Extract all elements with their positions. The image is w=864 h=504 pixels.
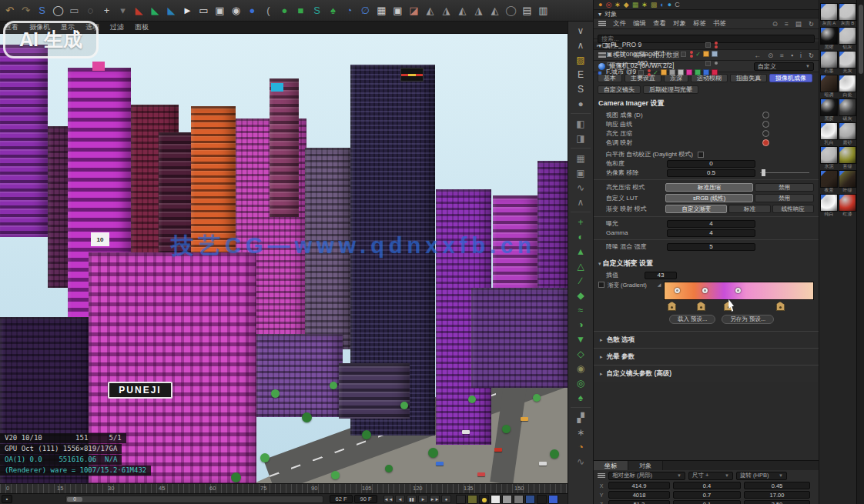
- coord-pos-Z[interactable]: 51.2: [608, 500, 670, 504]
- segment-option-0[interactable]: 自定义渐变: [665, 205, 727, 213]
- material-item-15[interactable]: 叶绿: [839, 170, 856, 193]
- segment-option-0[interactable]: sRGB (线性): [665, 194, 753, 202]
- green-sphere-icon[interactable]: ●: [277, 2, 292, 19]
- sun-icon[interactable]: ●: [598, 2, 602, 8]
- value-field[interactable]: 0: [667, 160, 755, 168]
- collapsed-section-0[interactable]: ▸色散 选项: [594, 331, 819, 348]
- sphere-primitive-icon[interactable]: ●: [245, 2, 260, 19]
- terrain-icon[interactable]: ▞: [571, 410, 590, 425]
- material-thumbnail[interactable]: [839, 3, 856, 21]
- om-menu-0[interactable]: 文件: [613, 19, 626, 28]
- state-dots[interactable]: [715, 62, 718, 65]
- gradient-marker-2[interactable]: [735, 288, 741, 293]
- material-thumbnail[interactable]: [820, 146, 838, 164]
- material-swatch-4[interactable]: [502, 495, 512, 504]
- rotation-mode-select[interactable]: 旋转 (HPB) ▼: [736, 472, 787, 480]
- viewport-3d[interactable]: 10PUNEJI 技艺CG—www.qdnxxfb.cn V20 10/10 1…: [0, 34, 568, 483]
- collapsed-section-2[interactable]: ▸自定义镜头参数 (高级): [594, 365, 819, 382]
- scrollbar-thumb[interactable]: [859, 5, 863, 74]
- blob-icon[interactable]: ●: [571, 96, 590, 111]
- timeline-power-slider[interactable]: 0: [65, 496, 323, 503]
- cone-icon[interactable]: ▲: [571, 244, 590, 259]
- instance-icon[interactable]: ▣: [390, 2, 405, 19]
- attr-tab2-1[interactable]: 后期处理与光晕: [643, 85, 698, 94]
- material-thumbnail[interactable]: [839, 75, 856, 92]
- axis-x-icon[interactable]: ◣: [132, 2, 146, 19]
- tag-chip-2[interactable]: [678, 69, 684, 75]
- snap-icon[interactable]: S: [35, 2, 49, 19]
- coord-size-Y[interactable]: 0.7: [673, 491, 741, 499]
- value-field[interactable]: 5: [667, 243, 755, 251]
- prev-frame-button[interactable]: ◄: [395, 495, 405, 503]
- coordinate-mode-select[interactable]: 相对坐标 (局部) ▼: [608, 472, 685, 480]
- frame-field-0[interactable]: 62 F: [330, 495, 353, 503]
- edge-mode-icon[interactable]: E: [571, 67, 590, 82]
- next-frame-button[interactable]: ►►: [430, 495, 440, 503]
- render-view-icon[interactable]: ▣: [213, 2, 227, 19]
- joint-tool-icon[interactable]: +: [571, 215, 590, 229]
- material-thumbnail[interactable]: [839, 27, 856, 45]
- power-slider-handle[interactable]: 0: [67, 497, 82, 502]
- material-swatch-6[interactable]: [525, 495, 535, 504]
- state-dots[interactable]: [715, 42, 718, 48]
- character-5-icon[interactable]: ◭: [487, 2, 502, 19]
- rect-selection-icon[interactable]: ▭: [67, 2, 82, 19]
- coord-tab-1[interactable]: 对象: [628, 461, 663, 470]
- om-menu-2[interactable]: 查看: [653, 19, 666, 28]
- segment-option-2[interactable]: 线性响应: [772, 205, 814, 213]
- target-icon[interactable]: ◎: [605, 2, 611, 8]
- scatter-icon[interactable]: ∗: [571, 425, 590, 439]
- value-field[interactable]: 4: [667, 229, 755, 237]
- coord-pos-X[interactable]: 414.9: [608, 482, 670, 489]
- redo-icon[interactable]: ↷: [18, 2, 33, 19]
- material-swatch-8[interactable]: [548, 495, 558, 504]
- toggle-circle[interactable]: [762, 112, 769, 118]
- diamond-outline-icon[interactable]: ◇: [571, 346, 590, 361]
- toggle-circle[interactable]: [762, 130, 769, 137]
- load-preset-button[interactable]: 载入 预设...: [669, 315, 715, 324]
- start-frame-box[interactable]: ▪: [2, 495, 12, 503]
- visibility-toggle[interactable]: [705, 61, 711, 66]
- material-item-0[interactable]: 灰面 A: [820, 3, 838, 26]
- c-icon[interactable]: C: [675, 2, 680, 8]
- om-menu-3[interactable]: 对象: [673, 19, 686, 28]
- layout-1-icon[interactable]: ▤: [520, 2, 534, 19]
- visibility-toggle[interactable]: [681, 52, 686, 57]
- state-dots[interactable]: [648, 69, 651, 76]
- material-item-11[interactable]: 磨砂: [839, 122, 856, 145]
- vegetation-icon[interactable]: ♠: [326, 2, 340, 19]
- diamond-icon[interactable]: ◆: [571, 288, 590, 302]
- material-item-7[interactable]: 白瓷: [839, 75, 856, 98]
- tag-chip-3[interactable]: [686, 69, 692, 75]
- attr-tab2-0[interactable]: 自定义镜头: [598, 85, 641, 94]
- hex-icon[interactable]: ◆: [624, 2, 629, 8]
- material-thumbnail[interactable]: [820, 27, 838, 45]
- tag-chip-4[interactable]: [695, 69, 701, 75]
- material-item-6[interactable]: 暗调: [820, 75, 838, 98]
- peak-tool-icon[interactable]: ∧: [571, 195, 590, 209]
- spline-mode-icon[interactable]: S: [571, 82, 590, 96]
- segment-option-1[interactable]: 标准: [728, 205, 770, 213]
- menu-burger-icon[interactable]: [598, 473, 605, 479]
- object-row-3[interactable]: ■F.城市 @9✓: [594, 68, 721, 77]
- wave-tool-icon[interactable]: ∿: [571, 180, 590, 195]
- halfmoon-2-icon[interactable]: ◑: [571, 317, 590, 332]
- goto-start-button[interactable]: ◄◄: [383, 495, 393, 503]
- material-thumbnail[interactable]: [839, 170, 856, 188]
- om-menu-5[interactable]: 书签: [713, 19, 726, 28]
- gradient-knob-0[interactable]: [668, 302, 676, 311]
- render-settings-icon[interactable]: ◉: [229, 2, 243, 19]
- collapse-arrow-icon[interactable]: ▾: [598, 11, 601, 18]
- array-icon[interactable]: ▦: [374, 2, 389, 19]
- coord-pos-Y[interactable]: 4018: [608, 491, 670, 499]
- viewport-menu-5[interactable]: 面板: [135, 22, 149, 32]
- segment-option-1[interactable]: 禁用: [755, 183, 814, 192]
- tag-chip-5[interactable]: [703, 69, 709, 75]
- interpolation-field[interactable]: 43: [645, 272, 677, 279]
- lasso-selection-icon[interactable]: ◌: [83, 2, 98, 19]
- material-thumbnail[interactable]: [820, 3, 838, 21]
- axis-z-icon[interactable]: ◣: [164, 2, 179, 19]
- checkbox[interactable]: [698, 152, 704, 158]
- move-tool-icon[interactable]: +: [99, 2, 114, 19]
- tool-dropdown-icon[interactable]: ▾: [116, 2, 130, 19]
